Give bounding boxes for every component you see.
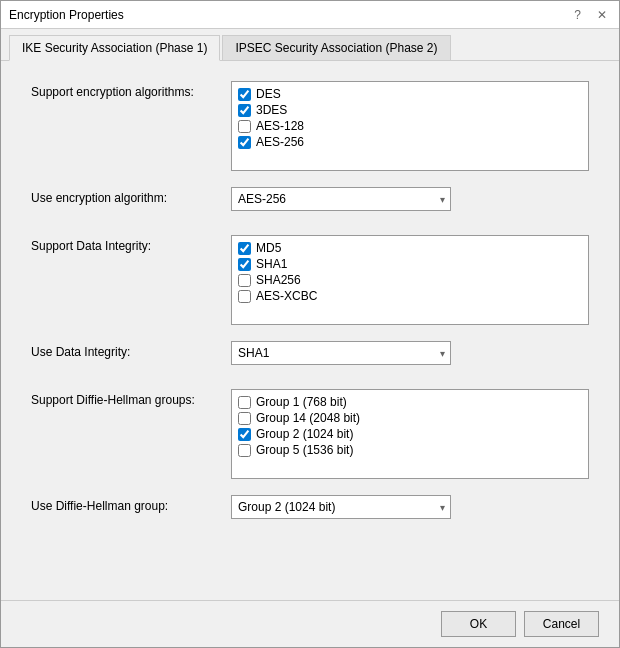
aes-xcbc-label: AES-XCBC xyxy=(256,289,317,303)
ok-button[interactable]: OK xyxy=(441,611,516,637)
aes256-label: AES-256 xyxy=(256,135,304,149)
use-dh-label: Use Diffie-Hellman group: xyxy=(31,495,231,513)
use-integrity-select[interactable]: MD5 SHA1 SHA256 AES-XCBC xyxy=(231,341,451,365)
list-item: Group 1 (768 bit) xyxy=(236,394,584,410)
use-dh-control: Group 1 (768 bit) Group 14 (2048 bit) Gr… xyxy=(231,495,589,519)
group14-checkbox[interactable] xyxy=(238,412,251,425)
data-integrity-list: MD5 SHA1 SHA256 AES-XCBC xyxy=(231,235,589,325)
use-integrity-row: Use Data Integrity: MD5 SHA1 SHA256 AES-… xyxy=(31,341,589,365)
des-checkbox[interactable] xyxy=(238,88,251,101)
3des-checkbox[interactable] xyxy=(238,104,251,117)
aes128-label: AES-128 xyxy=(256,119,304,133)
md5-checkbox[interactable] xyxy=(238,242,251,255)
use-encryption-row: Use encryption algorithm: DES 3DES AES-1… xyxy=(31,187,589,211)
list-item: Group 14 (2048 bit) xyxy=(236,410,584,426)
tab-phase1[interactable]: IKE Security Association (Phase 1) xyxy=(9,35,220,61)
aes128-checkbox[interactable] xyxy=(238,120,251,133)
sha1-label: SHA1 xyxy=(256,257,287,271)
title-bar-controls: ? ✕ xyxy=(570,8,611,22)
des-label: DES xyxy=(256,87,281,101)
encryption-algorithms-label: Support encryption algorithms: xyxy=(31,81,231,99)
list-item: AES-256 xyxy=(236,134,584,150)
sha256-label: SHA256 xyxy=(256,273,301,287)
aes-xcbc-checkbox[interactable] xyxy=(238,290,251,303)
tab-content-phase1: Support encryption algorithms: DES 3DES … xyxy=(1,61,619,600)
use-integrity-label: Use Data Integrity: xyxy=(31,341,231,359)
group5-checkbox[interactable] xyxy=(238,444,251,457)
group14-label: Group 14 (2048 bit) xyxy=(256,411,360,425)
list-item: SHA256 xyxy=(236,272,584,288)
list-item: Group 5 (1536 bit) xyxy=(236,442,584,458)
sha1-checkbox[interactable] xyxy=(238,258,251,271)
md5-label: MD5 xyxy=(256,241,281,255)
encryption-algorithms-list-wrapper: DES 3DES AES-128 AES-256 xyxy=(231,81,589,171)
tab-bar: IKE Security Association (Phase 1) IPSEC… xyxy=(1,29,619,61)
dialog-title: Encryption Properties xyxy=(9,8,124,22)
list-item: Group 2 (1024 bit) xyxy=(236,426,584,442)
dh-groups-label: Support Diffie-Hellman groups: xyxy=(31,389,231,407)
group2-checkbox[interactable] xyxy=(238,428,251,441)
data-integrity-list-wrapper: MD5 SHA1 SHA256 AES-XCBC xyxy=(231,235,589,325)
use-encryption-control: DES 3DES AES-128 AES-256 ▾ xyxy=(231,187,589,211)
close-button[interactable]: ✕ xyxy=(593,8,611,22)
use-integrity-control: MD5 SHA1 SHA256 AES-XCBC ▾ xyxy=(231,341,589,365)
list-item: 3DES xyxy=(236,102,584,118)
group2-label: Group 2 (1024 bit) xyxy=(256,427,353,441)
3des-label: 3DES xyxy=(256,103,287,117)
aes256-checkbox[interactable] xyxy=(238,136,251,149)
list-item: AES-XCBC xyxy=(236,288,584,304)
use-dh-row: Use Diffie-Hellman group: Group 1 (768 b… xyxy=(31,495,589,519)
dh-groups-list: Group 1 (768 bit) Group 14 (2048 bit) Gr… xyxy=(231,389,589,479)
list-item: DES xyxy=(236,86,584,102)
encryption-algorithms-row: Support encryption algorithms: DES 3DES … xyxy=(31,81,589,171)
list-item: AES-128 xyxy=(236,118,584,134)
help-button[interactable]: ? xyxy=(570,8,585,22)
dialog: Encryption Properties ? ✕ IKE Security A… xyxy=(0,0,620,648)
dialog-footer: OK Cancel xyxy=(1,600,619,647)
list-item: MD5 xyxy=(236,240,584,256)
use-encryption-label: Use encryption algorithm: xyxy=(31,187,231,205)
use-encryption-select[interactable]: DES 3DES AES-128 AES-256 xyxy=(231,187,451,211)
dh-groups-list-wrapper: Group 1 (768 bit) Group 14 (2048 bit) Gr… xyxy=(231,389,589,479)
use-dh-select[interactable]: Group 1 (768 bit) Group 14 (2048 bit) Gr… xyxy=(231,495,451,519)
use-dh-select-wrapper: Group 1 (768 bit) Group 14 (2048 bit) Gr… xyxy=(231,495,451,519)
list-item: SHA1 xyxy=(236,256,584,272)
encryption-algorithms-list: DES 3DES AES-128 AES-256 xyxy=(231,81,589,171)
use-integrity-select-wrapper: MD5 SHA1 SHA256 AES-XCBC ▾ xyxy=(231,341,451,365)
cancel-button[interactable]: Cancel xyxy=(524,611,599,637)
group1-label: Group 1 (768 bit) xyxy=(256,395,347,409)
group1-checkbox[interactable] xyxy=(238,396,251,409)
title-bar: Encryption Properties ? ✕ xyxy=(1,1,619,29)
sha256-checkbox[interactable] xyxy=(238,274,251,287)
data-integrity-label: Support Data Integrity: xyxy=(31,235,231,253)
use-encryption-select-wrapper: DES 3DES AES-128 AES-256 ▾ xyxy=(231,187,451,211)
group5-label: Group 5 (1536 bit) xyxy=(256,443,353,457)
tab-phase2[interactable]: IPSEC Security Association (Phase 2) xyxy=(222,35,450,60)
dh-groups-row: Support Diffie-Hellman groups: Group 1 (… xyxy=(31,389,589,479)
data-integrity-row: Support Data Integrity: MD5 SHA1 SHA256 xyxy=(31,235,589,325)
